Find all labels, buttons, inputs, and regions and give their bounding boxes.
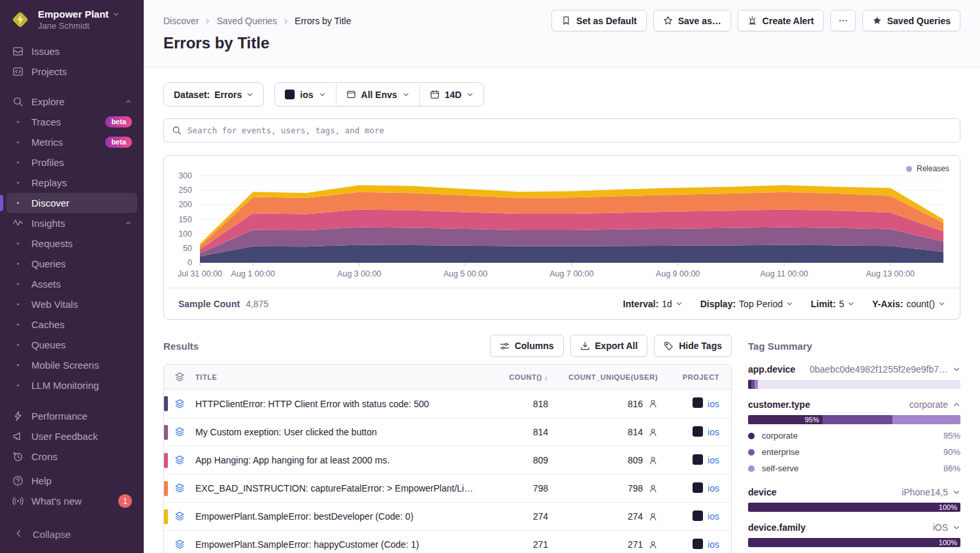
filter-row: Dataset: Errors iosAll Envs14D (163, 82, 960, 107)
project-link[interactable]: ios (708, 511, 719, 522)
apple-icon (693, 539, 703, 551)
breadcrumb-saved-queries[interactable]: Saved Queries (216, 16, 277, 26)
tag-distribution-bar[interactable]: 100% (748, 503, 960, 512)
tag-distribution-bar[interactable] (748, 380, 960, 389)
hide-tags-button[interactable]: Hide Tags (654, 335, 732, 357)
svg-text:Aug 5 00:00: Aug 5 00:00 (444, 269, 487, 278)
tag-legend-row-self-serve[interactable]: self-serve86% (748, 460, 960, 477)
error-title-cell[interactable]: HTTPClientError: HTTP Client Error with … (195, 399, 483, 409)
saved-queries-button[interactable]: Saved Queries (862, 10, 960, 31)
ellipsis-icon (838, 16, 848, 25)
filter-label: ios (300, 90, 313, 100)
sidebar-collapse-button[interactable]: Collapse (0, 520, 144, 553)
project-link[interactable]: ios (708, 399, 719, 409)
sidebar-item-assets[interactable]: Assets (7, 274, 137, 294)
sidebar-item-queues[interactable]: Queues (7, 335, 137, 355)
tag-header-app-device[interactable]: app.device0baebc0de4982f1255f2e9e9fb7… (748, 364, 960, 375)
table-row[interactable]: App Hanging: App hanging for at least 20… (164, 446, 731, 474)
error-title-cell[interactable]: EXC_BAD_INSTRUCTION: captureFatalError: … (195, 483, 483, 494)
table-row[interactable]: My Custom exeption: User clicked the but… (164, 418, 731, 446)
tag-legend-row-enterprise[interactable]: enterprise90% (748, 444, 960, 460)
error-title-cell[interactable]: EmpowerPlant.SampleError: happyCustomer … (195, 539, 483, 550)
project-link[interactable]: ios (708, 455, 719, 465)
column-header-project[interactable]: PROJECT (658, 373, 731, 381)
sidebar-item-metrics[interactable]: Metricsbeta (7, 132, 137, 152)
create-alert-button[interactable]: Create Alert (738, 10, 824, 31)
stack-events-icon[interactable] (164, 427, 195, 437)
sidebar-item-issues[interactable]: Issues (7, 41, 137, 61)
sidebar-item-web-vitals[interactable]: Web Vitals (7, 294, 137, 314)
sidebar-item-user-feedback[interactable]: User Feedback (7, 426, 137, 446)
sidebar-item-insights[interactable]: Insights (7, 213, 137, 233)
ios-filter[interactable]: ios (275, 83, 335, 106)
beta-badge: beta (105, 116, 132, 127)
sidebar-item-replays[interactable]: Replays (7, 173, 137, 193)
table-body: HTTPClientError: HTTP Client Error with … (164, 390, 731, 553)
error-title-cell[interactable]: App Hanging: App hanging for at least 20… (195, 455, 483, 465)
column-header-count[interactable]: COUNT()↓ (483, 373, 548, 381)
sidebar-item-discover[interactable]: Discover (7, 193, 137, 213)
table-row[interactable]: EXC_BAD_INSTRUCTION: captureFatalError: … (164, 474, 731, 502)
dataset-selector[interactable]: Dataset: Errors (163, 82, 264, 107)
set-as-default-button[interactable]: Set as Default (551, 10, 647, 31)
sidebar-item-label: Insights (31, 218, 65, 229)
stack-events-icon[interactable] (164, 455, 195, 465)
count-unique-user-cell: 274 (548, 511, 658, 522)
tag-distribution-bar[interactable]: 100% (748, 538, 960, 547)
breadcrumb-discover[interactable]: Discover (163, 16, 199, 26)
sidebar-item-requests[interactable]: Requests (7, 233, 137, 254)
table-row[interactable]: EmpowerPlant.SampleError: bestDeveloper … (164, 502, 731, 530)
table-row[interactable]: HTTPClientError: HTTP Client Error with … (164, 390, 731, 418)
chevron-down-icon (319, 91, 326, 98)
tag-legend-row-corporate[interactable]: corporate95% (748, 427, 960, 444)
columns-button[interactable]: Columns (490, 335, 564, 357)
sidebar-item-explore[interactable]: Explore (7, 92, 137, 112)
search-input[interactable] (188, 126, 952, 135)
sidebar-item-crons[interactable]: Crons (7, 446, 137, 467)
display-control[interactable]: Display:Top Period (700, 299, 793, 309)
all-envs-filter[interactable]: All Envs (336, 83, 419, 106)
project-link[interactable]: ios (708, 427, 719, 437)
project-link[interactable]: ios (708, 483, 719, 494)
org-header[interactable]: Empower Plant Jane Schmidt (0, 0, 144, 36)
series-httpclienterror-http-client-er (200, 245, 943, 263)
y-axis-control[interactable]: Y-Axis:count() (872, 299, 945, 309)
sidebar-item-traces[interactable]: Tracesbeta (7, 112, 137, 132)
sidebar-item-profiles[interactable]: Profiles (7, 152, 137, 173)
tag-key: device.family (748, 522, 806, 533)
sidebar-item-what-s-new[interactable]: What's new1 (7, 491, 137, 511)
column-header-unique[interactable]: COUNT_UNIQUE(USER) (548, 373, 658, 381)
events-chart[interactable]: 050100150200250300Jul 31 00:00Aug 1 00:0… (164, 156, 960, 288)
project-link[interactable]: ios (708, 539, 719, 550)
sidebar-item-projects[interactable]: Projects (7, 61, 137, 82)
limit-control[interactable]: Limit:5 (811, 299, 855, 309)
tag-header-customer-type[interactable]: customer.typecorporate (748, 399, 960, 410)
14d-filter[interactable]: 14D (419, 83, 484, 106)
table-row[interactable]: EmpowerPlant.SampleError: happyCustomer … (164, 530, 731, 553)
export-all-button[interactable]: Export All (570, 335, 648, 357)
chart-legend[interactable]: Releases (906, 164, 949, 173)
stack-events-icon[interactable] (164, 483, 195, 494)
sidebar-item-llm-monitoring[interactable]: LLM Monitoring (7, 375, 137, 395)
sidebar-item-label: Projects (31, 66, 67, 77)
svg-text:Aug 1 00:00: Aug 1 00:00 (231, 269, 275, 278)
tag-distribution-bar[interactable]: 95% (748, 415, 960, 424)
sidebar-item-queries[interactable]: Queries (7, 254, 137, 274)
sidebar-item-caches[interactable]: Caches (7, 314, 137, 335)
interval-control[interactable]: Interval:1d (623, 299, 683, 309)
sidebar-item-performance[interactable]: Performance (7, 406, 137, 426)
tag-header-device[interactable]: deviceiPhone14,5 (748, 487, 960, 497)
unique-count-value: 814 (628, 427, 643, 437)
series-color-strip (164, 453, 168, 468)
error-title-cell[interactable]: My Custom exeption: User clicked the but… (195, 427, 483, 437)
sidebar-item-mobile-screens[interactable]: Mobile Screens (7, 355, 137, 375)
more-options-button[interactable] (830, 10, 856, 31)
stack-events-icon[interactable] (164, 399, 195, 409)
column-header-title[interactable]: TITLE (195, 373, 483, 381)
sidebar-item-help[interactable]: Help (7, 471, 137, 491)
error-title-cell[interactable]: EmpowerPlant.SampleError: bestDeveloper … (195, 511, 483, 522)
tag-header-device-family[interactable]: device.familyiOS (748, 522, 960, 533)
stack-events-icon[interactable] (164, 539, 195, 550)
save-as-button[interactable]: Save as… (653, 10, 731, 31)
stack-events-icon[interactable] (164, 511, 195, 522)
